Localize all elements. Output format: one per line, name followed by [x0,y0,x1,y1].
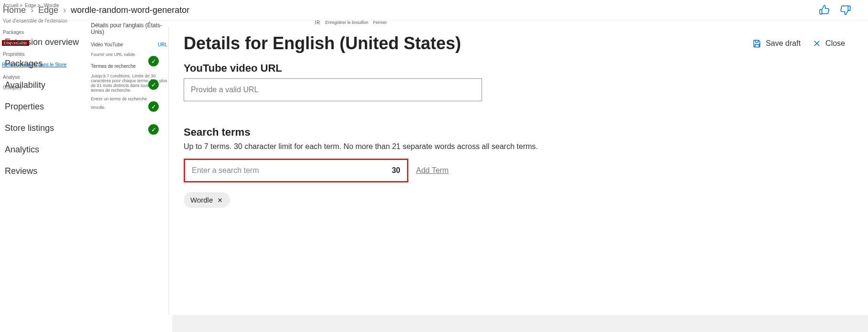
section-search-title: Search terms [184,126,849,139]
chip-label: Wordle [190,196,213,204]
nav-extension-overview[interactable]: Extension overview [3,32,122,53]
breadcrumb-bar: Home › Edge › wordle-random-word-generat… [3,4,865,16]
ghost-overview: Vue d'ensemble de l'extension [3,18,67,23]
search-term-input-wrapper: 30 [184,159,408,182]
nav-reviews[interactable]: Reviews [3,161,122,182]
secondary-url-label: URL [158,42,167,47]
chevron-right-icon: › [63,5,66,15]
page-title: Details for English (United States) [184,33,461,54]
feedback-controls [818,4,852,16]
side-nav: Extension overview Packages Availability… [3,32,122,182]
footer-strip [172,315,868,332]
nav-analytics[interactable]: Analytics [3,139,122,161]
search-terms-section: Search terms Up to 7 terms. 30 character… [184,126,849,208]
chevron-right-icon: › [31,5,33,15]
vertical-divider [168,27,169,315]
main-header: Details for English (United States) Save… [184,33,849,54]
chip-wordle: Wordle [184,192,230,208]
nav-properties[interactable]: Properties [3,96,122,118]
save-draft-label: Save draft [766,39,801,48]
top-divider [0,20,868,21]
ghost-ir: IR [315,20,320,25]
save-draft-button[interactable]: Save draft [752,39,801,48]
thumbs-down-icon[interactable] [839,4,852,16]
check-icon: ✓ [148,101,159,112]
ghost-close: Fermer [373,20,387,25]
close-icon [812,39,822,48]
search-terms-description: Up to 7 terms. 30 character limit for ea… [184,142,849,151]
save-icon [752,39,762,48]
nav-availability[interactable]: Availability [3,75,122,96]
check-icon: ✓ [148,79,159,90]
check-icon: ✓ [148,56,159,66]
chip-remove-icon[interactable] [217,197,223,203]
search-term-input[interactable] [192,166,388,175]
breadcrumb-home[interactable]: Home [3,5,26,15]
header-actions: Save draft Close [752,39,845,48]
ghost-save-draft: Enregistrer le brouillon [325,20,368,25]
youtube-url-input[interactable] [184,78,482,101]
close-button[interactable]: Close [812,39,845,48]
nav-store-listings[interactable]: Store listings [3,118,122,139]
close-label: Close [825,39,845,48]
add-term-link[interactable]: Add Term [416,166,449,175]
breadcrumb-current: wordle-random-word-generator [71,5,189,15]
breadcrumb: Home › Edge › wordle-random-word-generat… [3,5,189,15]
ghost-ir-actions: Enregistrer le brouillon Fermer [325,20,387,25]
section-youtube-title: YouTube video URL [184,62,849,75]
search-term-chips: Wordle [184,192,849,208]
char-count: 30 [392,166,400,175]
breadcrumb-edge[interactable]: Edge [38,5,58,15]
search-term-row: 30 Add Term [184,159,849,182]
nav-packages[interactable]: Packages [3,53,122,75]
main-content: Details for English (United States) Save… [184,33,849,208]
check-icon: ✓ [148,124,159,135]
thumbs-up-icon[interactable] [818,4,831,16]
